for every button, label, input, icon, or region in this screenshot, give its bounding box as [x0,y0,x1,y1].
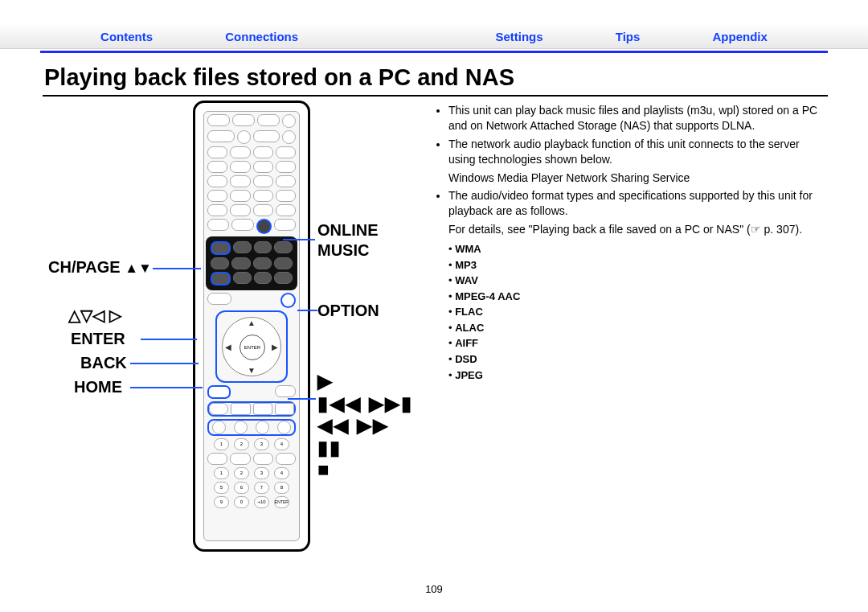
format-alac: ALAC [448,321,824,335]
option-button[interactable] [280,293,296,308]
dpad[interactable]: ▲▼◀▶ ENTER [215,310,288,383]
online-music-button[interactable] [256,219,272,234]
bullet-2-sub: Windows Media Player Network Sharing Ser… [448,170,824,186]
remote-outline: ▲▼◀▶ ENTER 1234 1234 5678 90+10ENTER [193,101,310,552]
label-ch-page: CH/PAGE ▲▼ [48,258,152,277]
lead-dpad-enter [141,339,197,340]
format-mpeg4: MPEG-4 AAC [448,290,824,304]
page-title: Playing back files stored on a PC and NA… [44,64,514,91]
top-nav: Contents Connections Playback Settings T… [0,24,868,49]
nav-connections[interactable]: Connections [225,30,298,43]
lead-chpage [153,268,201,269]
transport-home-row[interactable] [207,401,296,417]
format-aiff: AIFF [448,336,824,351]
format-wma: WMA [448,242,824,257]
back-button[interactable] [207,385,231,399]
format-wav: WAV [448,273,824,288]
header-divider [40,51,828,53]
description-column: This unit can play back music files and … [434,103,824,384]
transport-row-2[interactable] [207,419,296,436]
format-mp3: MP3 [448,258,824,273]
page-number: 109 [0,583,868,595]
label-music: MUSIC [317,241,369,260]
bullet-2: The network audio playback function of t… [448,137,824,186]
symbol-skip: ▮◀◀ ▶▶▮ [317,392,413,415]
bullet-3-sub: For details, see "Playing back a file sa… [448,222,824,237]
format-jpeg: JPEG [448,368,824,383]
lead-back [130,363,199,364]
lead-home [130,387,203,388]
ch-page-down[interactable] [211,272,231,285]
nav-settings[interactable]: Settings [495,30,542,43]
label-home: HOME [74,378,122,396]
label-online: ONLINE [317,221,379,240]
nav-appendix[interactable]: Appendix [713,30,768,43]
lead-online [283,239,315,240]
symbol-pause: ▮▮ [317,437,413,459]
format-flac: FLAC [448,305,824,319]
lead-option [297,310,317,311]
format-list: WMA MP3 WAV MPEG-4 AAC FLAC ALAC AIFF DS… [448,242,824,382]
symbol-play: ▶ [317,370,413,392]
volume-block [206,236,297,290]
format-dsd: DSD [448,352,824,367]
label-back: BACK [80,354,127,372]
label-option: OPTION [317,302,379,320]
label-enter: ENTER [71,330,125,348]
nav-tips[interactable]: Tips [616,30,641,43]
lead-transport [288,398,316,400]
symbol-seek: ◀◀ ▶▶ [317,414,413,437]
home-button[interactable] [209,403,228,415]
symbol-stop: ■ [317,458,413,481]
bullet-3: The audio/video format types and specifi… [448,188,824,237]
transport-symbol-labels: ▶ ▮◀◀ ▶▶▮ ◀◀ ▶▶ ▮▮ ■ [317,370,413,481]
bullet-1: This unit can play back music files and … [448,103,824,133]
remote-inner: ▲▼◀▶ ENTER 1234 1234 5678 90+10ENTER [203,111,300,541]
ch-page-up[interactable] [211,241,231,255]
label-arrows: △▽◁ ▷ [68,306,121,325]
enter-button[interactable]: ENTER [240,335,265,360]
remote-figure: ▲▼◀▶ ENTER 1234 1234 5678 90+10ENTER CH/… [48,101,434,591]
title-underline [43,95,828,97]
nav-contents[interactable]: Contents [100,30,153,43]
